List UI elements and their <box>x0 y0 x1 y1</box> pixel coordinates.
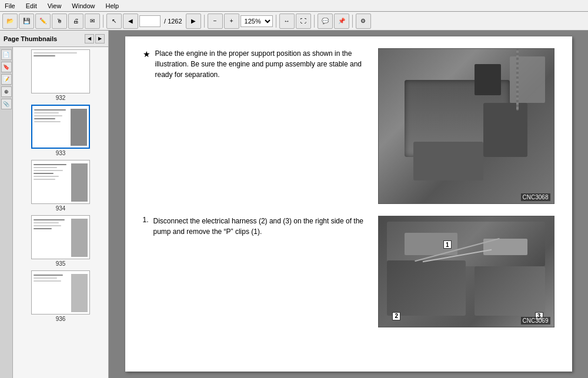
open-button[interactable]: 📂 <box>2 14 18 29</box>
zoom-select[interactable]: 50% 75% 100% 125% 150% 200% <box>240 15 273 27</box>
thumbnail-img-933[interactable] <box>31 105 90 149</box>
thumbnail-label-936: 936 <box>56 316 66 322</box>
zoom-in-button[interactable]: + <box>224 14 239 29</box>
thumbnail-935[interactable]: 935 <box>15 215 106 267</box>
page-tool-btn[interactable]: 📄 <box>1 49 12 60</box>
toolbar-separator-5 <box>352 15 353 28</box>
star-icon: ★ <box>143 48 151 80</box>
thumbnail-936[interactable]: 936 <box>15 270 106 322</box>
toolbar: 📂 💾 ✏️ 🖱 🖨 ✉ ↖ ◀ 933 / 1262 ▶ − + 50% 75… <box>0 12 588 31</box>
image1-label: CNC3068 <box>521 193 550 201</box>
menu-help[interactable]: Help <box>103 1 121 11</box>
cursor-button[interactable]: ↖ <box>106 14 122 29</box>
pump-label-1: 1 <box>443 240 452 249</box>
thumbnail-934[interactable]: 934 <box>15 160 106 212</box>
page-bottom-section: 1. Disconnect the electrical harness (2)… <box>143 216 554 327</box>
thumbnail-label-933: 933 <box>56 150 66 156</box>
content-area: ★ Place the engine in the proper support… <box>109 31 588 378</box>
tools-button[interactable]: ⚙ <box>356 14 371 29</box>
sidebar-expand-btn[interactable]: ▶ <box>95 34 105 44</box>
sticky-note-button[interactable]: 📌 <box>334 14 349 29</box>
sidebar-title: Page Thumbnails <box>4 35 57 42</box>
menu-bar: File Edit View Window Help <box>0 0 588 12</box>
next-page-button[interactable]: ▶ <box>186 14 201 29</box>
prev-page-button[interactable]: ◀ <box>123 14 138 29</box>
toolbar-separator-3 <box>276 15 276 28</box>
page-total-label: / 1262 <box>162 18 185 25</box>
thumbnail-img-934[interactable] <box>31 160 90 204</box>
thumbnail-img-932[interactable] <box>31 49 90 93</box>
page-text-left: ★ Place the engine in the proper support… <box>143 48 369 204</box>
thumbnail-label-935: 935 <box>56 260 66 267</box>
thumbnail-932[interactable]: 932 <box>15 49 106 101</box>
item-number-1: 1. <box>143 216 149 237</box>
star-bullet: ★ Place the engine in the proper support… <box>143 48 369 80</box>
thumbnails-scroll-area: 📄 🔖 📝 ⊕ 📎 932 <box>0 47 108 378</box>
fit-page-button[interactable]: ⛶ <box>296 14 311 29</box>
toolbar-separator-1 <box>103 15 103 28</box>
pump-image: 1 2 3 CNC3069 <box>378 216 554 327</box>
engine-img-sim <box>379 49 554 203</box>
toolbar-separator-2 <box>204 15 205 28</box>
menu-view[interactable]: View <box>45 1 64 11</box>
thumbnail-img-935[interactable] <box>31 215 90 259</box>
menu-edit[interactable]: Edit <box>24 1 39 11</box>
main-container: Page Thumbnails ◀ ▶ 📄 🔖 📝 ⊕ 📎 <box>0 31 588 378</box>
thumbnail-label-932: 932 <box>56 95 66 101</box>
save-button[interactable]: 💾 <box>19 14 34 29</box>
sidebar: Page Thumbnails ◀ ▶ 📄 🔖 📝 ⊕ 📎 <box>0 31 109 378</box>
thumbnail-label-934: 934 <box>56 205 66 212</box>
sidebar-header: Page Thumbnails ◀ ▶ <box>0 31 108 47</box>
print-button[interactable]: 🖨 <box>68 14 83 29</box>
select-button[interactable]: 🖱 <box>52 14 67 29</box>
fit-width-button[interactable]: ↔ <box>279 14 295 29</box>
edit-button[interactable]: ✏️ <box>35 14 51 29</box>
sidebar-header-left: Page Thumbnails <box>4 35 57 42</box>
bookmark-tool-btn[interactable]: 🔖 <box>1 62 12 72</box>
engine-image: CNC3068 <box>378 48 554 204</box>
page-top-section: ★ Place the engine in the proper support… <box>143 48 554 204</box>
item1-text: Disconnect the electrical harness (2) an… <box>153 216 369 237</box>
thumbnails-list: 932 <box>0 47 108 378</box>
thumbnail-933[interactable]: 933 <box>15 105 106 156</box>
sidebar-collapse-btn[interactable]: ◀ <box>85 34 94 44</box>
page-document: ★ Place the engine in the proper support… <box>125 36 572 372</box>
side-tools-panel: 📄 🔖 📝 ⊕ 📎 <box>0 47 13 378</box>
email-button[interactable]: ✉ <box>85 14 100 29</box>
menu-file[interactable]: File <box>2 1 18 11</box>
annot-tool-btn[interactable]: 📝 <box>1 74 12 85</box>
thumbnail-img-936[interactable] <box>31 270 90 315</box>
menu-window[interactable]: Window <box>69 1 97 11</box>
comment-button[interactable]: 💬 <box>318 14 333 29</box>
pump-label-2: 2 <box>392 312 400 320</box>
sidebar-header-controls: ◀ ▶ <box>85 34 105 44</box>
attach-tool-btn[interactable]: 📎 <box>1 99 12 109</box>
numbered-item-1: 1. Disconnect the electrical harness (2)… <box>143 216 369 237</box>
layer-tool-btn[interactable]: ⊕ <box>1 86 12 97</box>
page-number-input[interactable]: 933 <box>139 15 161 27</box>
bullet-text: Place the engine in the proper support p… <box>155 48 369 80</box>
toolbar-separator-4 <box>314 15 315 28</box>
image2-label: CNC3069 <box>521 317 550 325</box>
pump-img-sim: 1 2 3 <box>379 216 554 327</box>
zoom-out-button[interactable]: − <box>208 14 223 29</box>
page-bottom-left: 1. Disconnect the electrical harness (2)… <box>143 216 369 327</box>
